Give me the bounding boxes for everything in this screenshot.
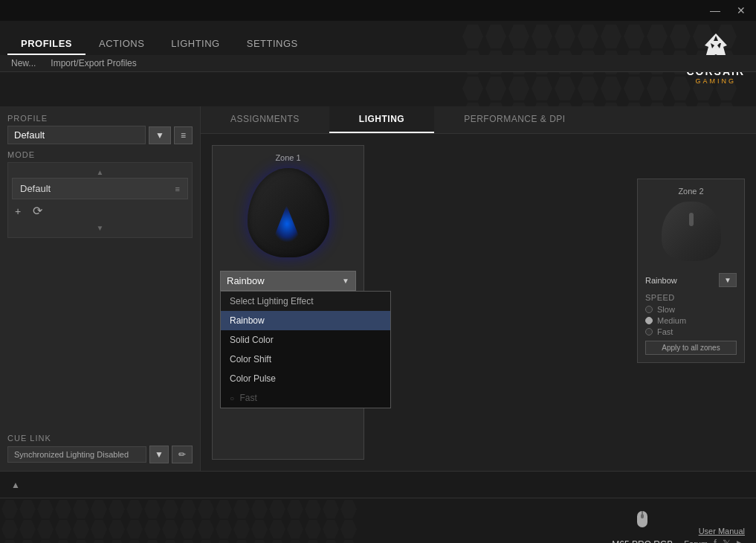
- titlebar: — ✕: [0, 0, 756, 21]
- dropdown-item-color-shift[interactable]: Color Shift: [221, 350, 390, 369]
- social-icons: f 𝕏 ▶: [714, 538, 745, 543]
- speed-fast[interactable]: Fast: [645, 327, 737, 336]
- dropdown-item-fast: ○ Fast: [221, 388, 390, 408]
- subnav: New... Import/Export Profiles: [0, 55, 756, 72]
- speed-medium-label: Medium: [657, 316, 686, 325]
- subnav-import-export[interactable]: Import/Export Profiles: [51, 58, 136, 68]
- profile-section-label: PROFILE: [7, 114, 193, 123]
- youtube-icon[interactable]: ▶: [737, 538, 745, 543]
- dropdown-item-fast-label: Fast: [239, 393, 256, 403]
- zone2-dropdown-arrow[interactable]: ▼: [719, 273, 737, 287]
- corsair-gaming: GAMING: [695, 77, 736, 85]
- dropdown-item-color-pulse[interactable]: Color Pulse: [221, 369, 390, 388]
- zone2-label: Zone 2: [645, 187, 737, 196]
- zone1-mouse-image: [225, 168, 352, 265]
- dropdown-arrow-icon: ▼: [342, 277, 349, 285]
- subnav-new[interactable]: New...: [11, 58, 36, 68]
- add-mode-button[interactable]: +: [12, 205, 24, 217]
- zone1-mouse-glow: [272, 205, 302, 242]
- content-tabs: ASSIGNMENTS LIGHTING PERFORMANCE & DPI: [201, 106, 756, 134]
- main-layout: PROFILE Default ▼ ≡ MODE ▲ Default ≡ + ⟳: [0, 106, 756, 471]
- zone1-mouse-body: [248, 168, 329, 257]
- dropdown-item-solid[interactable]: Solid Color: [221, 330, 390, 350]
- tab-profiles[interactable]: PROFILES: [7, 32, 85, 55]
- speed-section: SPEED Slow Medium Fast: [645, 293, 737, 336]
- zone2-panel: Zone 2 Rainbow ▼ SPEED: [637, 179, 745, 363]
- footer: M65 PRO RGB User Manual Forum f 𝕏 ▶: [0, 498, 756, 543]
- speed-fast-radio: [645, 328, 653, 335]
- zone2-dropdown-value: Rainbow: [645, 276, 716, 285]
- mode-item-default[interactable]: Default ≡: [12, 178, 188, 199]
- footer-hex-background: [0, 498, 372, 543]
- content-area: ASSIGNMENTS LIGHTING PERFORMANCE & DPI Z…: [201, 106, 756, 471]
- svg-rect-6: [641, 514, 644, 518]
- lighting-effect-dropdown-wrap: Rainbow ▼ Select Lighting Effect Rainbow…: [220, 271, 356, 291]
- cue-link-dropdown-arrow[interactable]: ▼: [149, 446, 169, 463]
- mode-box: ▲ Default ≡ + ⟳ ▼: [7, 162, 193, 238]
- speed-slow[interactable]: Slow: [645, 305, 737, 314]
- profile-select-row: Default ▼ ≡: [7, 126, 193, 144]
- dropdown-item-select-effect[interactable]: Select Lighting Effect: [221, 292, 390, 311]
- bottom-bar: ▲: [0, 471, 756, 498]
- twitter-icon[interactable]: 𝕏: [723, 538, 731, 543]
- device-mouse-icon: [633, 510, 651, 536]
- zone1-label: Zone 1: [220, 153, 356, 162]
- zone2-mouse-body: [662, 202, 721, 261]
- mode-item-label: Default: [20, 183, 51, 194]
- content-body: Zone 1 Rainbow ▼ Select Lighting Effec: [201, 134, 756, 471]
- speed-slow-radio: [645, 306, 653, 313]
- header: PROFILES ACTIONS LIGHTING SETTINGS New..…: [0, 21, 756, 106]
- sidebar: PROFILE Default ▼ ≡ MODE ▲ Default ≡ + ⟳: [0, 106, 201, 471]
- cue-link-section-label: CUE LINK: [7, 434, 193, 443]
- facebook-icon[interactable]: f: [714, 538, 717, 543]
- mode-actions: + ⟳: [12, 199, 188, 222]
- speed-medium-radio: [645, 317, 653, 324]
- cue-link-edit-button[interactable]: ✏: [172, 446, 193, 463]
- tab-assignments[interactable]: ASSIGNMENTS: [201, 106, 329, 133]
- tab-actions[interactable]: ACTIONS: [85, 32, 158, 55]
- tab-settings[interactable]: SETTINGS: [233, 32, 311, 55]
- zone2-apply-all-button[interactable]: Apply to all zones: [645, 341, 737, 355]
- profile-select[interactable]: Default: [7, 126, 146, 144]
- profile-dropdown-arrow[interactable]: ▼: [149, 126, 171, 144]
- tab-performance-dpi[interactable]: PERFORMANCE & DPI: [434, 106, 595, 133]
- cue-link-select[interactable]: Synchronized Lighting Disabled: [7, 446, 146, 463]
- tab-lighting[interactable]: LIGHTING: [158, 32, 233, 55]
- speed-medium[interactable]: Medium: [645, 316, 737, 325]
- device-name: M65 PRO RGB: [612, 539, 673, 543]
- mode-item-menu[interactable]: ≡: [175, 184, 180, 193]
- bottom-expand-arrow[interactable]: ▲: [11, 480, 20, 490]
- zone2-rainbow-row: Rainbow ▼: [645, 273, 737, 287]
- speed-fast-label: Fast: [657, 327, 673, 336]
- speed-radio-group: Slow Medium Fast: [645, 305, 737, 336]
- dropdown-item-rainbow[interactable]: Rainbow: [221, 311, 390, 330]
- user-manual-link[interactable]: User Manual: [699, 527, 745, 536]
- close-button[interactable]: ✕: [732, 3, 750, 18]
- cue-link-row: Synchronized Lighting Disabled ▼ ✏: [7, 446, 193, 463]
- lighting-effect-dropdown[interactable]: Rainbow ▼: [220, 271, 356, 291]
- nav-tabs: PROFILES ACTIONS LIGHTING SETTINGS: [0, 21, 756, 55]
- minimize-button[interactable]: —: [705, 3, 725, 18]
- tab-lighting-active[interactable]: LIGHTING: [329, 106, 434, 133]
- lighting-dropdown-menu: Select Lighting Effect Rainbow Solid Col…: [220, 291, 391, 408]
- zone1-panel: Zone 1 Rainbow ▼ Select Lighting Effec: [212, 145, 364, 460]
- mode-down-arrow[interactable]: ▼: [12, 222, 188, 234]
- mode-section-label: MODE: [7, 150, 193, 159]
- speed-slow-label: Slow: [657, 305, 675, 314]
- forum-link[interactable]: Forum: [684, 539, 708, 543]
- speed-label: SPEED: [645, 293, 737, 302]
- mode-up-arrow[interactable]: ▲: [12, 167, 188, 178]
- copy-mode-button[interactable]: ⟳: [30, 204, 45, 218]
- dropdown-current-value: Rainbow: [227, 275, 265, 286]
- zone2-mouse-image: [650, 202, 732, 269]
- footer-links: User Manual Forum f 𝕏 ▶: [684, 526, 745, 543]
- profile-menu-button[interactable]: ≡: [174, 126, 193, 144]
- zone2-scroll-wheel: [689, 213, 694, 226]
